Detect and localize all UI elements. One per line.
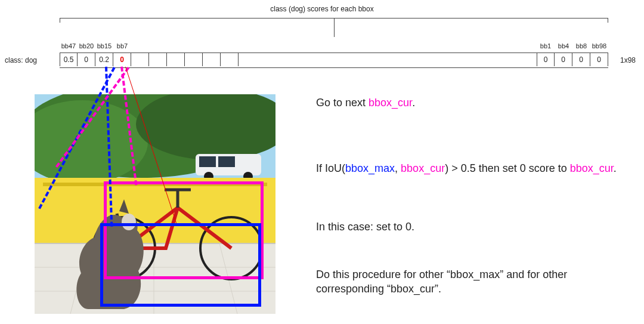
text-line-2e: ) > 0.5 then set 0 score to bbox=[445, 162, 570, 174]
hdr-bb4: bb4 bbox=[555, 42, 572, 52]
svg-rect-6 bbox=[218, 156, 235, 167]
bbox-cur-ref-2: bbox_cur bbox=[401, 162, 445, 174]
bbox-cur-ref-3: bbox_cur bbox=[570, 162, 614, 174]
text-line-1: Go to next bbox_cur. bbox=[316, 95, 620, 110]
score-row: bb47 0.5 bb20 0 bb15 0.2 bb7 0 bb1 0 bb4… bbox=[60, 53, 608, 68]
text-line-3: In this case: set to 0. bbox=[316, 220, 620, 234]
hdr-bb7: bb7 bbox=[113, 42, 131, 52]
text-line-4: Do this procedure for other “bbox_max” a… bbox=[316, 267, 620, 297]
svg-rect-5 bbox=[199, 156, 216, 167]
cell-bb7: 0 bbox=[113, 53, 131, 66]
cell-bb47: 0.5 bbox=[60, 53, 78, 66]
hdr-bb98: bb98 bbox=[590, 42, 608, 52]
text-line-2c: , bbox=[395, 162, 401, 174]
cell-empty-5 bbox=[203, 53, 221, 66]
cell-bb98: 0 bbox=[590, 53, 608, 66]
hdr-bb1: bb1 bbox=[537, 42, 555, 52]
hdr-bb47: bb47 bbox=[60, 42, 78, 52]
diagram-page: class (dog) scores for each bbox class: … bbox=[0, 0, 644, 324]
hdr-bb15: bb15 bbox=[95, 42, 113, 52]
cell-bb4: 0 bbox=[555, 53, 572, 66]
cell-bb15: 0.2 bbox=[95, 53, 113, 66]
image-area bbox=[35, 94, 275, 314]
cell-empty-4 bbox=[185, 53, 203, 66]
text-line-2a: If IoU( bbox=[316, 162, 345, 174]
cell-bb20: 0 bbox=[78, 53, 95, 66]
cell-empty-1 bbox=[131, 53, 149, 66]
text-line-1a: Go to next bbox=[316, 97, 369, 109]
cell-bb1: 0 bbox=[537, 53, 555, 66]
bbox-max-ref: bbox_max bbox=[345, 162, 395, 174]
cell-empty-6 bbox=[221, 53, 239, 66]
cell-empty-2 bbox=[149, 53, 167, 66]
top-title: class (dog) scores for each bbox bbox=[0, 5, 644, 13]
cell-empty-3 bbox=[167, 53, 185, 66]
dim-label: 1x98 bbox=[620, 56, 636, 64]
text-line-2g: . bbox=[614, 162, 617, 174]
text-line-1c: . bbox=[412, 97, 415, 109]
class-label: class: dog bbox=[5, 56, 37, 64]
hdr-bb8: bb8 bbox=[572, 42, 590, 52]
bbox-cur-ref-1: bbox_cur bbox=[369, 97, 412, 109]
cell-bb8: 0 bbox=[572, 53, 590, 66]
top-bracket bbox=[60, 18, 608, 38]
bbox-max bbox=[100, 223, 261, 307]
hdr-bb20: bb20 bbox=[78, 42, 95, 52]
text-line-2: If IoU(bbox_max, bbox_cur) > 0.5 then se… bbox=[316, 161, 620, 175]
